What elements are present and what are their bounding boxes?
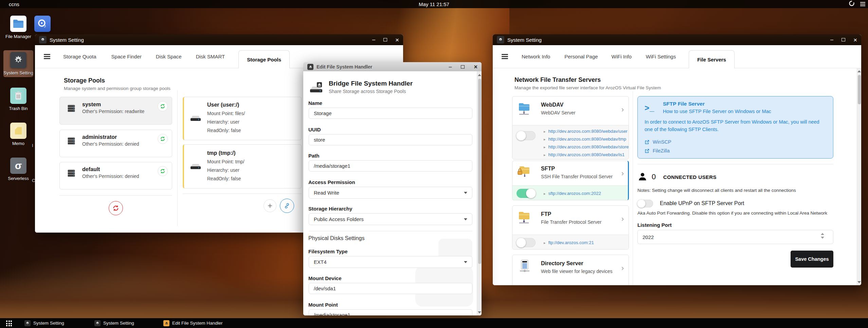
page-title: Network File Transfer Servers bbox=[514, 76, 601, 84]
titlebar[interactable]: System Setting – × bbox=[493, 34, 861, 45]
minimize-button[interactable]: – bbox=[372, 37, 375, 42]
pool-name: administrator bbox=[82, 134, 117, 140]
filesystem-type-select[interactable]: EXT4 bbox=[309, 256, 472, 268]
winscp-link[interactable]: WinSCP bbox=[653, 139, 671, 145]
save-changes-button[interactable]: Save Changes bbox=[791, 251, 833, 268]
app-grid-icon[interactable] bbox=[6, 321, 12, 326]
handler-hierarchy: Hierarchy: user bbox=[207, 119, 239, 125]
bullet-icon: ▸ bbox=[544, 145, 546, 149]
top-menu-bar: ccns May 11 21:57 bbox=[0, 0, 868, 8]
upnp-label: Enable UPnP on SFTP Server Port bbox=[660, 200, 744, 206]
webdav-url-link[interactable]: http://dev.arozos.com:8080/webdav/store bbox=[548, 144, 629, 149]
tab-storage-quota[interactable]: Storage Quota bbox=[63, 54, 96, 59]
taskbar-item-system-setting-2[interactable]: System Setting bbox=[94, 318, 134, 328]
sftp-folder-lock-icon bbox=[517, 164, 531, 180]
desktop-icon-serverless[interactable]: σ Serverless bbox=[3, 158, 33, 181]
add-handler-button[interactable]: + bbox=[264, 199, 276, 212]
path-input[interactable] bbox=[309, 160, 472, 171]
minimize-button[interactable]: – bbox=[449, 64, 452, 70]
window-scrollbar[interactable] bbox=[857, 68, 861, 285]
chevron-right-icon[interactable]: › bbox=[621, 105, 624, 114]
tab-wifi-settings[interactable]: WiFi Settings bbox=[646, 54, 676, 59]
chevron-right-icon[interactable]: › bbox=[621, 264, 624, 273]
tab-storage-pools[interactable]: Storage Pools bbox=[238, 50, 290, 68]
sftp-toggle[interactable] bbox=[517, 189, 536, 198]
ftp-url-link[interactable]: ftp://dev.arozos.com:21 bbox=[548, 240, 594, 245]
maximize-button[interactable] bbox=[461, 64, 465, 70]
mount-point-input[interactable] bbox=[309, 309, 472, 315]
pool-sync-button[interactable] bbox=[158, 166, 168, 176]
server-stack-icon bbox=[66, 167, 77, 180]
tab-space-finder[interactable]: Space Finder bbox=[111, 54, 142, 59]
bridge-link-button[interactable] bbox=[280, 199, 294, 213]
chevron-right-icon[interactable]: › bbox=[621, 169, 624, 178]
desktop-icon-memo[interactable]: Memo bbox=[3, 123, 33, 146]
maximize-button[interactable] bbox=[842, 37, 845, 42]
server-card-webdav[interactable]: WebDAV WebDAV Server › ▸http://dev.arozo… bbox=[512, 96, 629, 160]
desktop-icon-system-setting[interactable]: System Setting bbox=[3, 50, 33, 77]
pool-card-system[interactable]: system Other's Permission: readwrite bbox=[59, 97, 172, 125]
number-spinner[interactable] bbox=[821, 233, 824, 239]
hamburger-menu-icon[interactable] bbox=[44, 53, 50, 60]
tab-file-servers[interactable]: File Servers bbox=[689, 50, 735, 68]
pool-card-default[interactable]: default Other's Permission: denied bbox=[59, 162, 172, 189]
close-button[interactable]: × bbox=[395, 37, 399, 43]
pool-sync-button[interactable] bbox=[158, 134, 168, 144]
webdav-url-link[interactable]: http://dev.arozos.com:8080/webdav/tmp bbox=[548, 136, 627, 142]
desktop-icon-music-app[interactable]: ♪ bbox=[33, 16, 52, 32]
taskbar-item-edit-fs-handler[interactable]: Edit File System Handler bbox=[163, 318, 223, 328]
filezilla-link[interactable]: FileZilla bbox=[653, 148, 670, 153]
sftp-url-link[interactable]: sftp://dev.arozos.com:2022 bbox=[548, 191, 601, 196]
info-subtitle: How to use SFTP File Server on Windows o… bbox=[663, 109, 771, 114]
select-value: Read Write bbox=[314, 190, 339, 196]
maximize-button[interactable] bbox=[383, 37, 387, 42]
fs-handler-card-tmp[interactable]: tmp (tmp:/) Mount Point: tmp/ Hierarchy:… bbox=[183, 144, 302, 188]
pool-sync-button[interactable] bbox=[158, 101, 168, 111]
desktop-icon-file-manager[interactable]: File Manager bbox=[3, 16, 33, 39]
webdav-url-link[interactable]: http://dev.arozos.com:8080/webdav/is1 bbox=[548, 152, 625, 157]
window-scrollbar[interactable] bbox=[477, 71, 482, 315]
name-input[interactable] bbox=[309, 108, 472, 119]
webdav-url-link[interactable]: http://dev.arozos.com:8080/webdav/user bbox=[548, 129, 628, 134]
access-permission-select[interactable]: Read Write bbox=[309, 187, 472, 199]
hamburger-menu-icon[interactable] bbox=[502, 53, 508, 60]
refresh-pools-button[interactable] bbox=[109, 201, 123, 215]
server-name: SFTP bbox=[541, 166, 555, 172]
taskbar-item-system-setting-1[interactable]: System Setting bbox=[24, 318, 64, 328]
handler-title: tmp (tmp:/) bbox=[207, 150, 236, 156]
taskbar-item-label: Edit File System Handler bbox=[172, 321, 223, 326]
chevron-right-icon[interactable]: › bbox=[621, 215, 624, 223]
desktop-icon-trash-bin[interactable]: Trash Bin bbox=[3, 88, 33, 111]
titlebar[interactable]: System Setting – × bbox=[35, 34, 403, 45]
server-card-sftp[interactable]: SFTP SSH File Transfer Protocol Server ›… bbox=[512, 161, 629, 200]
bullet-icon: ▸ bbox=[544, 192, 546, 196]
webdav-toggle[interactable] bbox=[517, 131, 536, 140]
pool-card-administrator[interactable]: administrator Other's Permission: denied bbox=[59, 130, 172, 157]
titlebar[interactable]: Edit File System Handler – × bbox=[303, 62, 482, 71]
bridge-disk-icon bbox=[309, 81, 323, 95]
tab-personal-page[interactable]: Personal Page bbox=[564, 54, 598, 59]
fs-handler-card-user[interactable]: User (user:/) Mount Point: files/ Hierar… bbox=[183, 97, 302, 140]
ftp-toggle[interactable] bbox=[517, 238, 536, 247]
server-card-directory[interactable]: Directory Server Web file viewer for leg… bbox=[512, 255, 629, 285]
close-button[interactable]: × bbox=[853, 37, 857, 43]
storage-hierarchy-select[interactable]: Public Access Folders bbox=[309, 213, 472, 225]
gear-icon bbox=[497, 36, 504, 43]
pool-name: system bbox=[82, 102, 101, 108]
minimize-button[interactable]: – bbox=[830, 37, 833, 42]
close-button[interactable]: × bbox=[474, 64, 477, 70]
tab-wifi-info[interactable]: WiFi Info bbox=[612, 54, 632, 59]
server-card-ftp[interactable]: FTP File Transfer Protocol Server › ▸ftp… bbox=[512, 205, 629, 250]
uuid-input[interactable] bbox=[309, 134, 472, 145]
mount-device-input[interactable] bbox=[309, 283, 472, 294]
listening-port-input[interactable] bbox=[637, 230, 833, 244]
upnp-toggle[interactable] bbox=[637, 200, 653, 207]
tab-disk-space[interactable]: Disk Space bbox=[156, 54, 182, 59]
server-stack-icon bbox=[66, 103, 77, 115]
caret-down-icon bbox=[464, 192, 467, 194]
status-circle-icon[interactable] bbox=[849, 0, 855, 8]
tab-disk-smart[interactable]: Disk SMART bbox=[196, 54, 225, 59]
topbar-menu-icon[interactable] bbox=[860, 1, 865, 7]
tab-network-info[interactable]: Network Info bbox=[522, 54, 550, 59]
server-desc: File Transfer Protocol Server bbox=[541, 219, 601, 225]
